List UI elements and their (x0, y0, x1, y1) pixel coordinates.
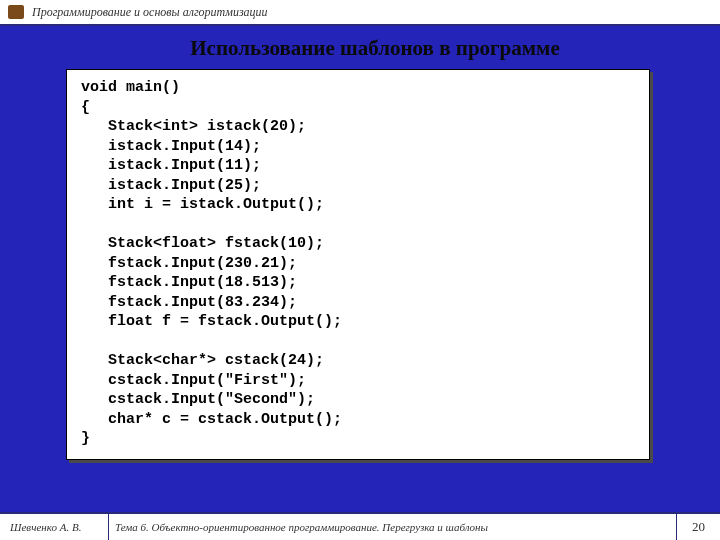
code-block: void main() { Stack<int> istack(20); ist… (66, 69, 650, 460)
footer-bar: Шевченко А. В. Тема 6. Объектно-ориентир… (0, 512, 720, 540)
code-block-wrap: void main() { Stack<int> istack(20); ist… (66, 69, 650, 460)
slide-content: Использование шаблонов в программе void … (0, 26, 720, 512)
footer-topic: Тема 6. Объектно-ориентированное програм… (109, 521, 676, 533)
footer-author: Шевченко А. В. (0, 521, 108, 533)
slide-title: Использование шаблонов в программе (58, 36, 692, 61)
header-bar: Программирование и основы алгоритмизации (0, 0, 720, 26)
footer-page-number: 20 (676, 514, 720, 540)
course-title: Программирование и основы алгоритмизации (32, 5, 268, 20)
logo-icon (8, 5, 24, 19)
